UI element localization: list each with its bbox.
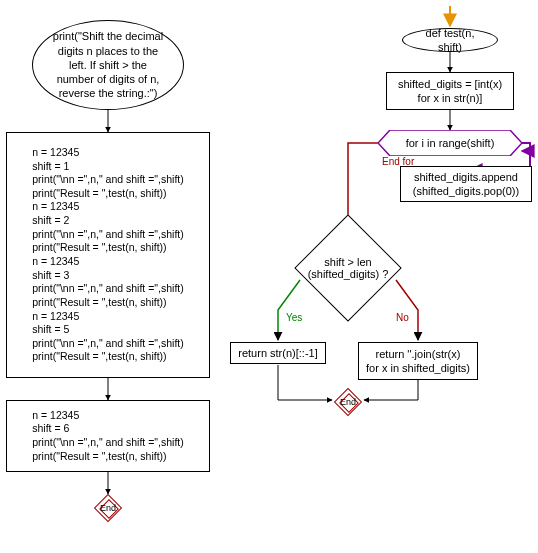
init-text: shifted_digits = [int(x) for x in str(n)… xyxy=(398,77,502,106)
code-block-1-text: n = 12345 shift = 1 print("\nn =",n," an… xyxy=(32,146,183,364)
return-no-text: return ''.join(str(x) for x in shifted_d… xyxy=(366,347,470,376)
start-text: print("Shift the decimal digits n places… xyxy=(53,29,163,100)
return-no: return ''.join(str(x) for x in shifted_d… xyxy=(358,342,478,380)
cond-text: shift > len (shifted_digits) ? xyxy=(295,256,401,280)
no-label: No xyxy=(396,312,409,323)
return-yes: return str(n)[::-1] xyxy=(230,342,326,364)
cond-diamond: shift > len (shifted_digits) ? xyxy=(310,230,386,306)
code-block-2: n = 12345 shift = 6 print("\nn =",n," an… xyxy=(6,400,210,472)
code-block-1: n = 12345 shift = 1 print("\nn =",n," an… xyxy=(6,132,210,378)
def-text: def test(n, shift) xyxy=(413,26,487,55)
return-yes-text: return str(n)[::-1] xyxy=(238,346,317,360)
end-right: End xyxy=(334,388,362,416)
start-ellipse: print("Shift the decimal digits n places… xyxy=(32,20,184,110)
init-rect: shifted_digits = [int(x) for x in str(n)… xyxy=(386,72,514,110)
endfor-label: End for xyxy=(382,156,414,167)
end-left-label: End xyxy=(100,503,116,513)
loop-hex: for i in range(shift) xyxy=(378,130,522,156)
loop-body: shifted_digits.append (shifted_digits.po… xyxy=(400,166,532,202)
loop-body-text: shifted_digits.append (shifted_digits.po… xyxy=(413,170,519,199)
end-right-label: End xyxy=(340,397,356,407)
loop-hex-text: for i in range(shift) xyxy=(385,137,515,149)
def-ellipse: def test(n, shift) xyxy=(402,28,498,52)
yes-label: Yes xyxy=(286,312,302,323)
end-left: End xyxy=(94,494,122,522)
code-block-2-text: n = 12345 shift = 6 print("\nn =",n," an… xyxy=(32,409,183,464)
